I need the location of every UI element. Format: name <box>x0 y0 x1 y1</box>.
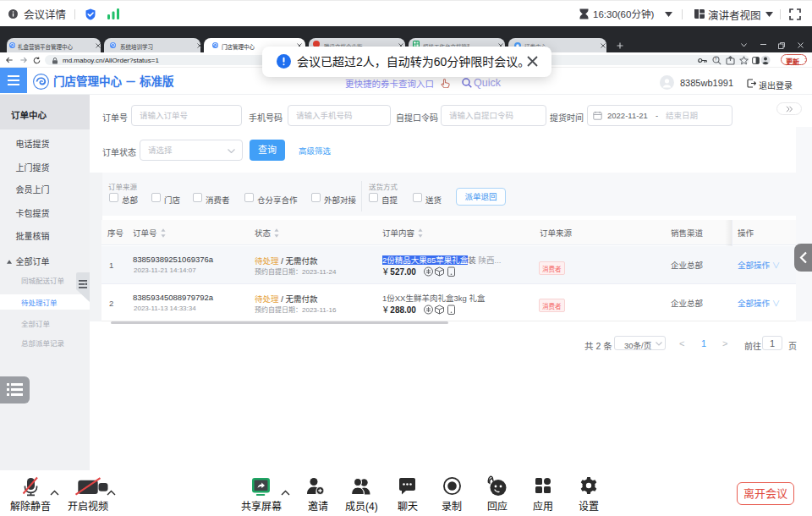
svg-text:?: ? <box>715 57 717 62</box>
